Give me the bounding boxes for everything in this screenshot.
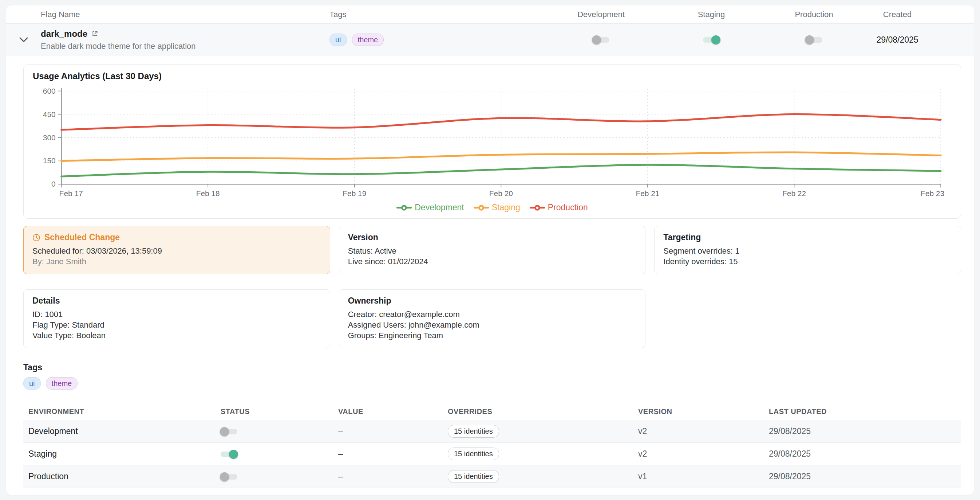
env-col-header-last-updated: LAST UPDATED — [769, 407, 961, 416]
scheduled-change-card: Scheduled Change Scheduled for: 03/03/20… — [23, 226, 330, 274]
ownership-card-title: Ownership — [348, 296, 637, 306]
legend-item-development[interactable]: Development — [396, 203, 464, 212]
tag-ui[interactable]: ui — [329, 34, 347, 46]
card-line: Segment overrides: 1 — [663, 246, 952, 256]
svg-text:Feb 22: Feb 22 — [782, 189, 806, 198]
env-row-staging: Staging–15 identitiesv229/08/2025 — [23, 443, 961, 465]
targeting-card: Targeting Segment overrides: 1Identity o… — [654, 226, 961, 274]
flag-name[interactable]: dark_mode — [41, 29, 88, 39]
usage-analytics-chart: 0150300450600Feb 17Feb 18Feb 19Feb 20Feb… — [24, 64, 961, 218]
scheduled-by-text: By: Jane Smith — [32, 256, 321, 267]
collapse-chevron-icon[interactable] — [19, 37, 28, 42]
legend-marker-icon — [530, 204, 545, 211]
card-line: Assigned Users: john@example.com — [348, 319, 637, 330]
environments-table-body: Development–15 identitiesv229/08/2025Sta… — [23, 420, 961, 488]
card-line: Groups: Engineering Team — [348, 330, 637, 341]
col-header-created: Created — [865, 10, 930, 19]
tag-theme[interactable]: theme — [352, 34, 384, 46]
tags-section-title: Tags — [23, 363, 961, 372]
col-header-development: Development — [543, 10, 659, 19]
env-col-header-status: STATUS — [221, 407, 338, 416]
svg-text:Feb 21: Feb 21 — [636, 189, 659, 198]
card-line: Live since: 01/02/2024 — [348, 256, 637, 267]
legend-item-production[interactable]: Production — [530, 203, 588, 212]
legend-item-staging[interactable]: Staging — [474, 203, 520, 212]
chart-legend: DevelopmentStagingProduction — [24, 203, 961, 212]
svg-text:Feb 18: Feb 18 — [196, 189, 220, 198]
environments-table-header: ENVIRONMENTSTATUSVALUEOVERRIDESVERSIONLA… — [23, 403, 961, 420]
svg-text:450: 450 — [43, 110, 56, 118]
version-card-lines: Status: ActiveLive since: 01/02/2024 — [348, 246, 637, 267]
clock-icon — [32, 233, 40, 241]
card-line: Value Type: Boolean — [32, 330, 321, 341]
card-line: Flag Type: Standard — [32, 319, 321, 330]
staging-status-toggle[interactable] — [221, 450, 237, 459]
col-header-flag-name: Flag Name — [41, 10, 329, 19]
flag-description: Enable dark mode theme for the applicati… — [41, 42, 329, 51]
svg-text:600: 600 — [43, 87, 56, 95]
env-version: v2 — [638, 427, 769, 436]
targeting-card-lines: Segment overrides: 1Identity overrides: … — [663, 246, 952, 267]
env-last-updated: 29/08/2025 — [769, 427, 961, 436]
card-line: ID: 1001 — [32, 309, 321, 319]
legend-marker-icon — [474, 204, 489, 211]
feature-flag-panel: Flag Name Tags Development Staging Produ… — [6, 5, 974, 495]
flag-row: dark_mode Enable dark mode theme for the… — [6, 24, 974, 56]
production-toggle[interactable] — [806, 35, 822, 45]
tags-section: Tags uitheme — [23, 363, 961, 390]
development-toggle[interactable] — [593, 35, 609, 45]
env-col-header-overrides: OVERRIDES — [448, 407, 638, 416]
details-card: Details ID: 1001Flag Type: StandardValue… — [23, 289, 330, 348]
legend-label: Staging — [492, 203, 520, 212]
svg-text:150: 150 — [43, 157, 56, 165]
identities-badge[interactable]: 15 identities — [448, 447, 499, 460]
page: Flag Name Tags Development Staging Produ… — [0, 0, 980, 500]
env-col-header-environment: ENVIRONMENT — [23, 407, 221, 416]
env-last-updated: 29/08/2025 — [769, 471, 961, 481]
ownership-card-lines: Creator: creator@example.comAssigned Use… — [348, 309, 637, 341]
empty-card-slot — [654, 289, 961, 348]
tag-ui[interactable]: ui — [23, 377, 41, 390]
staging-toggle[interactable] — [703, 35, 720, 45]
identities-badge[interactable]: 15 identities — [448, 470, 499, 483]
identities-badge[interactable]: 15 identities — [448, 425, 499, 438]
tag-theme[interactable]: theme — [46, 377, 78, 390]
env-value: – — [338, 449, 448, 459]
env-version: v2 — [638, 449, 769, 459]
scheduled-for-text: Scheduled for: 03/03/2026, 13:59:09 — [32, 246, 321, 256]
env-row-production: Production–15 identitiesv129/08/2025 — [23, 465, 961, 488]
production-status-toggle[interactable] — [221, 472, 237, 481]
env-version: v1 — [638, 471, 769, 481]
svg-text:0: 0 — [51, 180, 56, 188]
flag-tags: uitheme — [329, 34, 543, 46]
env-value: – — [338, 427, 448, 436]
env-name: Development — [23, 427, 221, 436]
scheduled-change-title: Scheduled Change — [45, 233, 120, 242]
env-col-header-version: VERSION — [638, 407, 769, 416]
version-card-title: Version — [348, 233, 637, 242]
svg-text:Feb 20: Feb 20 — [489, 189, 513, 198]
env-row-development: Development–15 identitiesv229/08/2025 — [23, 420, 961, 443]
development-status-toggle[interactable] — [221, 427, 237, 436]
card-line: Status: Active — [348, 246, 637, 256]
svg-text:Feb 23: Feb 23 — [921, 189, 944, 198]
col-header-tags: Tags — [329, 10, 543, 19]
svg-text:Feb 17: Feb 17 — [59, 189, 83, 198]
details-card-lines: ID: 1001Flag Type: StandardValue Type: B… — [32, 309, 321, 341]
env-col-header-value: VALUE — [338, 407, 448, 416]
card-line: Identity overrides: 15 — [663, 256, 952, 267]
targeting-card-title: Targeting — [663, 233, 952, 242]
legend-marker-icon — [396, 204, 412, 211]
environments-table: ENVIRONMENTSTATUSVALUEOVERRIDESVERSIONLA… — [23, 403, 961, 488]
details-card-title: Details — [32, 296, 321, 306]
ownership-card: Ownership Creator: creator@example.comAs… — [339, 289, 646, 348]
info-cards-row-2: Details ID: 1001Flag Type: StandardValue… — [23, 289, 961, 348]
external-link-icon[interactable] — [91, 30, 98, 37]
created-date: 29/08/2025 — [865, 35, 930, 45]
col-header-production: Production — [764, 10, 865, 19]
legend-label: Production — [548, 203, 588, 212]
env-last-updated: 29/08/2025 — [769, 449, 961, 459]
legend-label: Development — [415, 203, 464, 212]
svg-text:300: 300 — [43, 133, 56, 142]
usage-analytics-card: Usage Analytics (Last 30 Days) 015030045… — [23, 64, 961, 219]
